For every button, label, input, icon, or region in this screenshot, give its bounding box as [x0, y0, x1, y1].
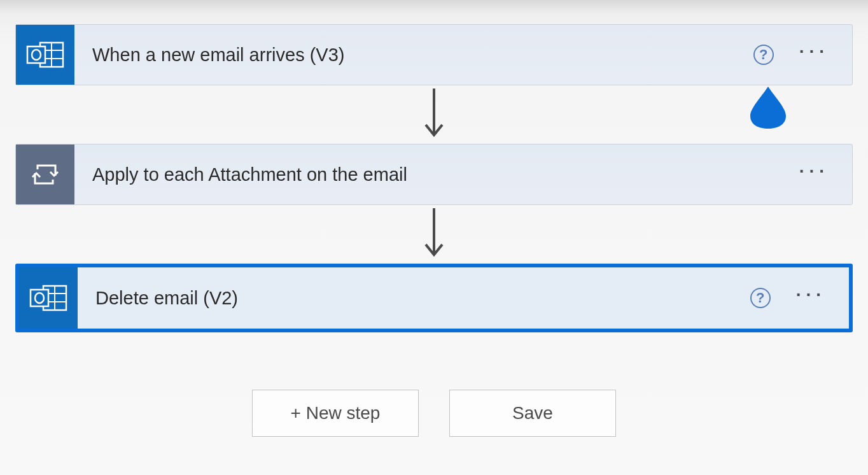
save-button[interactable]: Save: [449, 390, 616, 437]
loop-step-card[interactable]: Apply to each Attachment on the email ··…: [15, 144, 853, 205]
loop-icon-box: [16, 145, 74, 204]
arrow-connector: [421, 205, 447, 264]
cursor-drop-icon: [746, 84, 790, 130]
outlook-icon-box: [19, 267, 78, 329]
more-menu-icon[interactable]: ···: [799, 162, 829, 187]
step-actions: ? ···: [753, 43, 852, 67]
step-actions: ···: [799, 162, 852, 187]
new-step-button[interactable]: + New step: [252, 390, 419, 437]
more-menu-icon[interactable]: ···: [796, 286, 826, 310]
step-content: When a new email arrives (V3): [74, 45, 753, 66]
step-title: Delete email (V2): [95, 288, 238, 309]
outlook-icon: [26, 39, 64, 71]
arrow-down-icon: [421, 205, 447, 264]
trigger-step-card[interactable]: When a new email arrives (V3) ? ···: [15, 24, 853, 85]
step-content: Delete email (V2): [78, 288, 750, 309]
outlook-icon: [29, 282, 67, 314]
step-content: Apply to each Attachment on the email: [74, 164, 799, 185]
step-actions: ? ···: [750, 286, 849, 310]
more-menu-icon[interactable]: ···: [799, 43, 829, 67]
loop-icon: [31, 160, 59, 188]
help-icon[interactable]: ?: [750, 288, 771, 308]
action-step-card-selected[interactable]: Delete email (V2) ? ···: [15, 264, 853, 332]
step-title: Apply to each Attachment on the email: [92, 164, 407, 185]
flow-designer: When a new email arrives (V3) ? ··· Appl…: [0, 24, 868, 437]
step-title: When a new email arrives (V3): [92, 45, 344, 66]
arrow-down-icon: [421, 85, 447, 144]
buttons-row: + New step Save: [252, 390, 616, 437]
arrow-connector: [421, 85, 447, 144]
help-icon[interactable]: ?: [753, 45, 774, 65]
outlook-icon-box: [16, 25, 74, 85]
